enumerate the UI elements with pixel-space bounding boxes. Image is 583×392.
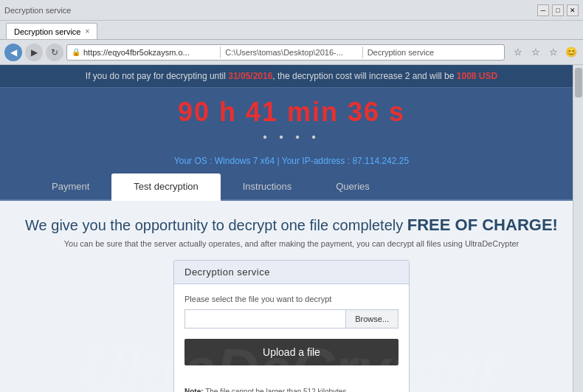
countdown-dots: • • • •: [0, 131, 583, 144]
close-button[interactable]: ✕: [567, 4, 579, 16]
tab-test-decryption[interactable]: Test decryption: [111, 173, 220, 201]
ip-value: 87.114.242.25: [352, 156, 409, 166]
star2-icon[interactable]: ☆: [528, 45, 543, 60]
service-box-body: Please select the file you want to decry…: [174, 284, 409, 383]
forward-button[interactable]: ▶: [25, 44, 43, 61]
tab-label: Decryption service: [14, 27, 80, 36]
ip-label: Your IP-address :: [282, 156, 350, 166]
upload-button[interactable]: Upload a file: [184, 339, 399, 365]
service-label: Please select the file you want to decry…: [184, 295, 399, 303]
refresh-icon: ↻: [51, 47, 58, 58]
browse-button[interactable]: Browse...: [345, 309, 399, 329]
title-bar: Decryption service ─ □ ✕: [0, 0, 583, 21]
countdown-timer: 90 h 41 min 36 s: [0, 97, 583, 128]
window-title: Decryption service: [4, 6, 71, 15]
active-browser-tab[interactable]: Decryption service ×: [6, 23, 97, 39]
note-content: The file cannot be larger than 512 kilob…: [205, 388, 346, 392]
countdown-section: 90 h 41 min 36 s • • • •: [0, 88, 583, 151]
address-divider2: [362, 47, 363, 58]
tab-queries[interactable]: Queries: [314, 173, 392, 199]
file-input-row: Browse...: [184, 309, 399, 329]
tab-close-button[interactable]: ×: [85, 27, 89, 35]
tab-bar: Decryption service ×: [0, 21, 583, 40]
warning-date: 31/05/2016: [228, 71, 272, 81]
nav-icons: ☆ ☆ ☆ 😊: [511, 45, 579, 60]
title-bar-controls: ─ □ ✕: [537, 4, 579, 16]
smiley-icon[interactable]: 😊: [564, 45, 579, 60]
address-text: https://eqyo4fbr5okzaysm.o...: [83, 48, 215, 57]
warning-price: 1008 USD: [457, 71, 497, 81]
nav-tabs: Payment Test decryption Instructions Que…: [0, 173, 583, 201]
service-box: Decryption service Please select the fil…: [173, 260, 410, 392]
lock-icon: 🔒: [72, 48, 80, 56]
info-bar: Your OS : Windows 7 x64 | Your IP-addres…: [0, 151, 583, 173]
offer-title-highlight: FREE OF CHARGE!: [407, 216, 558, 234]
browser-content: UltraDeCrypter If you do not pay for dec…: [0, 65, 583, 392]
scrollbar[interactable]: [573, 65, 583, 392]
service-box-title: Decryption service: [174, 261, 409, 284]
warning-banner: If you do not pay for decrypting until 3…: [0, 65, 583, 88]
address-divider: [220, 47, 221, 58]
minimize-button[interactable]: ─: [537, 4, 549, 16]
offer-title-prefix: We give you the opportunity to decrypt o…: [25, 217, 407, 233]
address-path2: C:\Users\tomas\Desktop\2016-...: [225, 48, 357, 57]
page: UltraDeCrypter If you do not pay for dec…: [0, 65, 583, 392]
star3-icon[interactable]: ☆: [546, 45, 561, 60]
offer-title: We give you the opportunity to decrypt o…: [22, 216, 561, 235]
file-input-field[interactable]: [184, 309, 345, 329]
tab-instructions[interactable]: Instructions: [221, 173, 314, 199]
refresh-button[interactable]: ↻: [46, 44, 63, 61]
browser-frame: Decryption service ─ □ ✕ Decryption serv…: [0, 0, 583, 392]
warning-text-before: If you do not pay for decrypting until: [86, 71, 228, 81]
maximize-button[interactable]: □: [552, 4, 564, 16]
scroll-thumb[interactable]: [575, 68, 582, 97]
star-icon[interactable]: ☆: [511, 45, 525, 60]
forward-icon: ▶: [31, 47, 38, 58]
address-path3: Decryption service: [368, 48, 500, 57]
main-content: We give you the opportunity to decrypt o…: [0, 201, 583, 392]
back-button[interactable]: ◀: [4, 44, 22, 61]
os-value: Windows 7 x64: [215, 156, 275, 166]
address-bar[interactable]: 🔒 https://eqyo4fbr5okzaysm.o... C:\Users…: [66, 44, 505, 61]
back-icon: ◀: [10, 47, 17, 58]
warning-text-middle: , the decryption cost will increase 2 an…: [272, 71, 456, 81]
nav-bar: ◀ ▶ ↻ 🔒 https://eqyo4fbr5okzaysm.o... C:…: [0, 40, 583, 65]
note-label: Note:: [184, 388, 204, 392]
tab-payment[interactable]: Payment: [30, 173, 111, 199]
offer-subtitle: You can be sure that the server actually…: [22, 239, 561, 248]
os-label: Your OS :: [174, 156, 213, 166]
note-text: Note: The file cannot be larger than 512…: [174, 383, 409, 392]
